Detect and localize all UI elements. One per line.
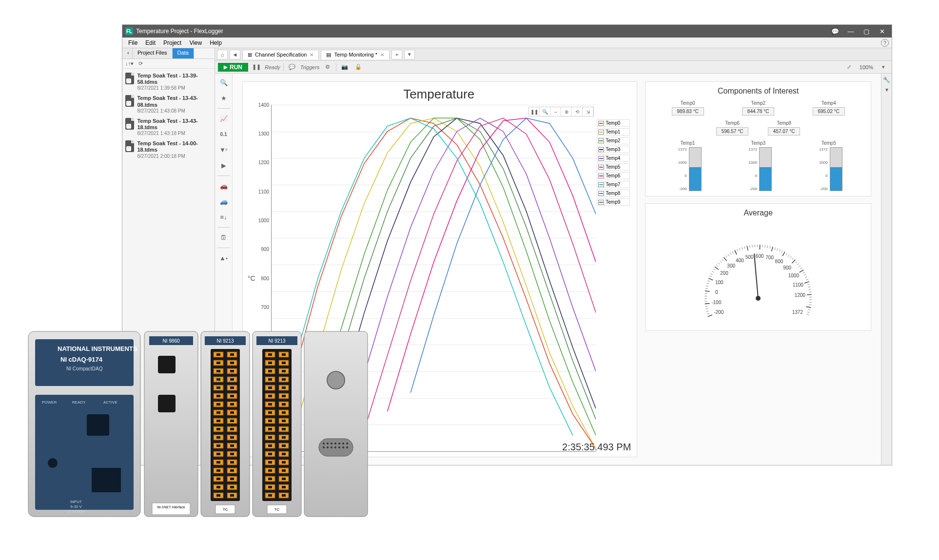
chat-icon[interactable]: 💬 [828,26,842,36]
svg-line-57 [797,264,799,265]
zoom-dropdown[interactable]: ▾ [878,62,889,72]
svg-rect-181 [227,468,237,473]
calendar-icon[interactable]: 🗓 [218,232,230,243]
svg-text:READY: READY [72,400,86,405]
wrench-icon[interactable]: 🔧 [883,77,890,83]
app-window: FL Temperature Project - FlexLogger 💬 — … [122,24,892,465]
svg-line-21 [716,265,718,266]
value-box: Temp6596.57 °C [716,120,748,135]
menu-help[interactable]: Help [206,39,226,47]
chart-legend: Temp0 Temp1 Temp2 Temp3 Temp4 Temp5 Temp… [596,117,631,452]
maximize-button[interactable]: ▢ [860,26,873,36]
average-gauge-panel: Average -200-100010020030040050060070080… [645,203,871,331]
pause-icon[interactable]: ❚❚ [251,62,262,72]
list-icon[interactable]: ≡↓ [218,211,230,223]
svg-line-2 [706,311,709,311]
numeric-icon[interactable]: 0.1 [218,128,230,140]
grid-icon: ⊞ [248,52,252,58]
legend-item[interactable]: Temp3 [597,146,630,153]
reset-icon[interactable]: ⟲ [572,107,583,116]
svg-text:NI-XNET Interface: NI-XNET Interface [157,505,185,509]
document-tabbar: ⌂ ◄ ⊞Channel Specification✕ ▤Temp Monito… [215,48,892,61]
add-tab-button[interactable]: + [391,50,402,59]
file-item[interactable]: ⎍Temp Soak Test - 13-43-18.tdms8/27/2021… [122,116,215,138]
zoom-in-icon[interactable]: 🔍 [540,107,550,116]
export-icon[interactable]: ⇲ [583,107,593,116]
minimize-button[interactable]: — [844,26,858,36]
truck-icon[interactable]: 🚙 [218,195,230,207]
svg-text:0: 0 [715,290,718,295]
zoom-x-icon[interactable]: ↔ [550,107,561,116]
svg-text:200: 200 [720,270,728,276]
gear-icon[interactable]: ⚙ [322,62,333,72]
tab-temp-monitoring[interactable]: ▤Temp Monitoring *✕ [321,50,390,59]
svg-line-51 [786,253,787,255]
svg-point-96 [756,296,761,301]
svg-line-10 [705,291,710,291]
svg-line-36 [749,245,750,248]
refresh-icon[interactable]: ⟳ [138,60,143,67]
nav-back-button[interactable]: ◄ [230,50,240,59]
tab-dropdown[interactable]: ▾ [404,50,415,59]
flag-icon[interactable]: ▼F [218,144,230,155]
menu-view[interactable]: View [185,39,206,47]
search-icon[interactable]: 🔍 [218,77,230,88]
star-icon[interactable]: ★ [218,92,230,104]
sort-button[interactable]: ↓↑▾ [125,60,134,67]
lock-icon[interactable]: 🔓 [353,62,364,72]
value-box: Temp4695.02 °C [813,100,845,116]
sidebar-back-button[interactable]: ‹ [122,48,133,58]
legend-item[interactable]: Temp5 [597,163,630,171]
camera-icon[interactable]: 📷 [339,62,350,72]
svg-line-16 [709,276,712,277]
legend-item[interactable]: Temp9 [597,198,630,206]
file-item[interactable]: ⎍Temp Soak Test - 13-39-58.tdms8/27/2021… [122,71,215,93]
menu-edit[interactable]: Edit [141,39,159,47]
run-button[interactable]: RUN [218,63,248,72]
dashboard-canvas[interactable]: Temperature °C 1400 1300 1200 1100 1000 … [233,74,881,465]
tab-channel-spec[interactable]: ⊞Channel Specification✕ [242,50,319,59]
svg-line-47 [777,249,778,251]
plot-area[interactable]: ❚❚ 🔍 ↔ ⊕ ⟲ ⇲ [271,105,596,452]
pause-plot-icon[interactable]: ❚❚ [529,107,540,116]
svg-rect-263 [279,476,289,482]
svg-line-1 [707,313,709,314]
svg-line-69 [809,292,811,292]
play-icon[interactable]: ▶ [218,159,230,171]
svg-rect-98 [35,339,134,386]
svg-text:600: 600 [756,253,764,259]
chevron-down-icon[interactable]: ▾ [885,86,888,93]
legend-item[interactable]: Temp2 [597,137,630,144]
vehicle-icon[interactable]: 🚗 [218,180,230,192]
legend-item[interactable]: Temp0 [597,119,630,127]
help-icon[interactable]: ? [881,39,889,47]
svg-rect-273 [267,505,287,514]
legend-item[interactable]: Temp8 [597,190,630,197]
close-button[interactable]: ✕ [875,26,889,36]
expand-icon[interactable]: ⤢ [844,62,855,72]
plot-controls: ❚❚ 🔍 ↔ ⊕ ⟲ ⇲ [528,107,594,116]
shapes-icon[interactable]: ▲● [218,252,230,264]
legend-item[interactable]: Temp4 [597,154,630,162]
note-icon[interactable]: 💬 [287,62,297,72]
legend-item[interactable]: Temp1 [597,128,630,135]
zoom-level[interactable]: 100% [858,64,875,70]
svg-line-33 [742,247,743,250]
home-button[interactable]: ⌂ [217,50,228,59]
svg-text:900: 900 [783,265,791,270]
legend-item[interactable]: Temp7 [597,181,630,188]
menu-file[interactable]: File [124,39,141,47]
svg-rect-182 [230,469,234,472]
file-item[interactable]: ⎍Temp Soak Test - 14-00-18.tdms8/27/2021… [122,138,215,161]
line-chart-icon[interactable]: 📈 [218,113,230,124]
close-tab-icon[interactable]: ✕ [380,52,384,58]
triggers-label[interactable]: Triggers [300,64,320,70]
zoom-y-icon[interactable]: ⊕ [561,107,572,116]
tab-project-files[interactable]: Project Files [133,48,173,58]
file-item[interactable]: ⎍Temp Soak Test - 13-43-08.tdms8/27/2021… [122,93,215,116]
legend-item[interactable]: Temp6 [597,172,630,179]
menu-project[interactable]: Project [159,39,185,47]
svg-line-63 [805,277,807,278]
tab-data[interactable]: Data [173,48,194,58]
close-tab-icon[interactable]: ✕ [310,52,313,58]
